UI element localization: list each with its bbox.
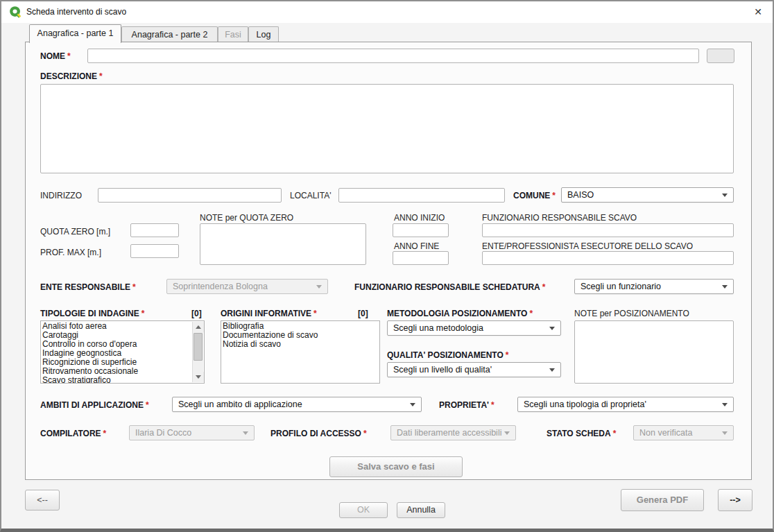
close-icon[interactable]: ✕ [749, 4, 767, 19]
form-panel: NOME* DESCRIZIONE* INDIRIZZO LOCALITA' C… [25, 42, 752, 480]
anno-fine-input[interactable] [393, 251, 449, 265]
window-title: Scheda intervento di scavo [26, 7, 126, 17]
tipologie-label: TIPOLOGIE DI INDAGINE* [40, 309, 144, 318]
ok-button[interactable]: OK [339, 502, 388, 518]
profilo-select: Dati liberamente accessibili [390, 425, 516, 440]
ambiti-select[interactable]: Scegli un ambito di applicazione [172, 397, 422, 412]
funz-scavo-input[interactable] [482, 223, 734, 237]
genera-pdf-button[interactable]: Genera PDF [621, 489, 704, 511]
note-pos-label: NOTE per POSIZIONAMENTO [574, 309, 689, 318]
title-bar: Scheda intervento di scavo ✕ [1, 1, 773, 23]
chevron-down-icon [316, 285, 322, 289]
prev-page-button[interactable]: <-- [25, 490, 60, 510]
metodologia-label: METODOLOGIA POSIZIONAMENTO* [387, 309, 533, 318]
indirizzo-input[interactable] [98, 188, 282, 203]
chevron-down-icon [410, 403, 415, 406]
note-quota-textarea[interactable] [200, 223, 366, 265]
nome-extra-button[interactable] [707, 49, 734, 63]
indirizzo-label: INDIRIZZO [40, 191, 82, 200]
next-page-button[interactable]: --> [718, 489, 752, 511]
anno-inizio-label: ANNO INIZIO [394, 213, 445, 223]
funz-sched-label: FUNZIONARIO RESPONSABILE SCHEDATURA* [354, 282, 545, 292]
tab-log[interactable]: Log [248, 26, 279, 42]
stato-select: Non verificata [633, 425, 734, 440]
comune-select[interactable]: BAISO [561, 187, 734, 203]
chevron-down-icon [722, 285, 728, 289]
chevron-down-icon [549, 368, 555, 372]
ente-resp-label: ENTE RESPONSABILE* [40, 282, 136, 292]
anno-inizio-input[interactable] [393, 223, 449, 237]
chevron-down-icon [549, 327, 555, 330]
tab-fasi[interactable]: Fasi [218, 26, 248, 42]
salva-scavo-button[interactable]: Salva scavo e fasi [329, 456, 463, 477]
note-pos-textarea[interactable] [574, 320, 734, 384]
scroll-up-icon[interactable] [193, 322, 204, 332]
qualita-select[interactable]: Scegli un livello di qualita' [387, 362, 561, 377]
quota-zero-input[interactable] [130, 223, 179, 237]
anno-fine-label: ANNO FINE [394, 241, 439, 251]
localita-input[interactable] [338, 188, 505, 203]
annulla-button[interactable]: Annulla [397, 502, 445, 518]
list-item[interactable]: Scavo stratigrafico [42, 376, 191, 384]
chevron-down-icon [722, 403, 728, 406]
ente-esecutore-input[interactable] [482, 251, 734, 265]
qualita-label: QUALITA' POSIZIONAMENTO* [387, 350, 508, 360]
chevron-down-icon [722, 431, 728, 435]
tipologie-count: [0] [191, 309, 202, 318]
tab-anagrafica-parte-2[interactable]: Anagrafica - parte 2 [121, 26, 218, 42]
funz-sched-select[interactable]: Scegli un funzionario [574, 279, 734, 294]
note-quota-label: NOTE per QUOTA ZERO [200, 213, 293, 223]
origini-label: ORIGINI INFORMATIVE* [221, 309, 317, 318]
chevron-down-icon [722, 194, 728, 197]
tab-anagrafica-parte-1[interactable]: Anagrafica - parte 1 [29, 24, 121, 43]
prof-max-label: PROF. MAX [m.] [40, 248, 101, 257]
dialog-window: Scheda intervento di scavo ✕ Anagrafica … [0, 0, 774, 532]
proprieta-label: PROPRIETA'* [439, 400, 495, 410]
metodologia-select[interactable]: Scegli una metodologia [387, 320, 561, 336]
descrizione-textarea[interactable] [40, 84, 734, 173]
ente-resp-select: Soprintendenza Bologna [166, 279, 328, 294]
tipologie-listbox: Analisi foto aerea Carotaggi Controllo i… [40, 320, 205, 384]
scroll-down-icon[interactable] [193, 372, 204, 382]
comune-label: COMUNE* [513, 191, 556, 200]
scrollbar-thumb[interactable] [194, 333, 203, 361]
ambiti-label: AMBITI DI APPLICAZIONE* [40, 400, 149, 410]
list-item[interactable]: Notizia di scavo [223, 340, 378, 349]
profilo-label: PROFILO DI ACCESSO* [270, 429, 367, 438]
vertical-scrollbar[interactable] [192, 322, 203, 382]
compilatore-select: Ilaria Di Cocco [129, 425, 255, 440]
nome-label: NOME* [40, 51, 71, 61]
origini-listbox: Bibliografia Documentazione di scavo Not… [221, 320, 380, 384]
prof-max-input[interactable] [130, 244, 179, 258]
proprieta-select[interactable]: Scegli una tipologia di proprieta' [517, 397, 734, 412]
qgis-logo-icon [9, 6, 22, 18]
nome-input[interactable] [87, 49, 699, 63]
descrizione-label: DESCRIZIONE* [40, 71, 103, 81]
ente-esecutore-label: ENTE/PROFESSIONISTA ESECUTORE DELLO SCAV… [482, 241, 693, 251]
localita-label: LOCALITA' [290, 191, 331, 200]
compilatore-label: COMPILATORE* [40, 429, 106, 438]
stato-label: STATO SCHEDA* [547, 429, 616, 438]
origini-count: [0] [358, 309, 368, 318]
quota-zero-label: QUOTA ZERO [m.] [40, 227, 110, 237]
chevron-down-icon [243, 431, 248, 435]
chevron-down-icon [504, 431, 510, 435]
funz-scavo-label: FUNZIONARIO RESPONSABILE SCAVO [482, 213, 637, 223]
